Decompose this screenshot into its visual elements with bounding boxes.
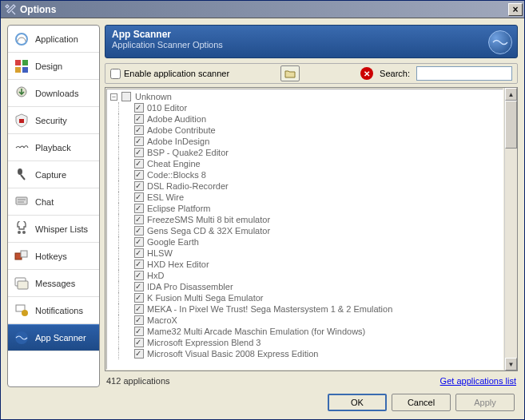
tree-item-checkbox[interactable] xyxy=(134,181,144,191)
tree-item[interactable]: DSL Radio-Recorder xyxy=(110,180,503,192)
tree-item-checkbox[interactable] xyxy=(134,237,144,247)
tree-item-checkbox[interactable] xyxy=(134,349,144,359)
tree-item-checkbox[interactable] xyxy=(134,170,144,180)
tree-item[interactable]: Cheat Engine xyxy=(110,158,503,169)
scroll-up[interactable]: ▲ xyxy=(505,88,517,101)
tree-item[interactable]: ESL Wire xyxy=(110,192,503,203)
tree-item-checkbox[interactable] xyxy=(134,192,144,202)
nav-label: App Scanner xyxy=(35,333,86,343)
tree-item-checkbox[interactable] xyxy=(134,248,144,258)
tree-item-label: Adobe Contribute xyxy=(147,125,216,136)
tree-item-checkbox[interactable] xyxy=(134,125,144,135)
tree-item-checkbox[interactable] xyxy=(134,338,144,347)
get-list-link[interactable]: Get applications list xyxy=(440,376,516,386)
tree-item-checkbox[interactable] xyxy=(134,114,144,124)
tree-item[interactable]: FreezeSMS Multi 8 bit emulator xyxy=(110,214,503,225)
nav-item-capture[interactable]: Capture xyxy=(8,161,99,188)
enable-scanner-checkbox[interactable]: Enable application scanner xyxy=(110,69,229,79)
nav-item-downloads[interactable]: Downloads xyxy=(8,80,99,107)
chat-icon xyxy=(13,193,30,211)
ok-button[interactable]: OK xyxy=(328,394,387,411)
tree-item[interactable]: IDA Pro Disassembler xyxy=(110,281,503,292)
tree-item-checkbox[interactable] xyxy=(134,137,144,146)
headset-icon xyxy=(13,30,30,48)
tree-item[interactable]: Google Earth xyxy=(110,236,503,248)
tree-item[interactable]: Adobe InDesign xyxy=(110,136,503,147)
scroll-track[interactable] xyxy=(505,101,517,358)
search-input[interactable] xyxy=(416,66,512,81)
message-icon xyxy=(13,275,30,292)
window-title: Options xyxy=(20,4,508,15)
root-checkbox[interactable] xyxy=(121,92,131,101)
dialog-buttons: OK Cancel Apply xyxy=(7,387,518,413)
open-folder-button[interactable] xyxy=(280,65,300,81)
nav-item-playback[interactable]: Playback xyxy=(8,134,99,161)
tree-item[interactable]: HLSW xyxy=(110,248,503,259)
tree-item[interactable]: K Fusion Multi Sega Emulator xyxy=(110,292,503,303)
tree-item[interactable]: Eclipse Platform xyxy=(110,203,503,214)
svg-point-10 xyxy=(22,231,26,234)
nav-item-app-scanner[interactable]: App Scanner xyxy=(8,324,99,351)
tree-item[interactable]: BSP - Quake2 Editor xyxy=(110,147,503,158)
tree-item-checkbox[interactable] xyxy=(134,226,144,236)
nav-item-notifications[interactable]: Notifications xyxy=(8,297,99,324)
tree-item-checkbox[interactable] xyxy=(134,260,144,269)
tree-item-checkbox[interactable] xyxy=(134,327,144,336)
scrollbar[interactable]: ▲ ▼ xyxy=(504,88,517,370)
tree-item-checkbox[interactable] xyxy=(134,159,144,168)
svg-point-9 xyxy=(18,231,21,234)
close-button[interactable]: × xyxy=(508,3,523,16)
tree-item[interactable]: Microsoft Expression Blend 3 xyxy=(110,337,503,348)
tree-item-checkbox[interactable] xyxy=(134,282,144,291)
tree-item[interactable]: MEKA - In Pixel We Trust! Sega Mastersys… xyxy=(110,303,503,315)
header-title: App Scanner xyxy=(112,29,511,40)
tree-item[interactable]: HxD xyxy=(110,270,503,281)
scroll-thumb[interactable] xyxy=(505,101,517,149)
cancel-button[interactable]: Cancel xyxy=(392,394,451,411)
tree-item-label: K Fusion Multi Sega Emulator xyxy=(147,292,264,303)
shield-icon xyxy=(13,112,30,129)
tree-item-checkbox[interactable] xyxy=(134,304,144,314)
tree-item-checkbox[interactable] xyxy=(134,148,144,157)
tree-item[interactable]: Microsoft Visual Basic 2008 Express Edit… xyxy=(110,348,503,359)
tree-item[interactable]: MacroX xyxy=(110,315,503,326)
tree-item-checkbox[interactable] xyxy=(134,103,144,113)
tree-item[interactable]: Gens Sega CD & 32X Emulator xyxy=(110,225,503,236)
tree-item-checkbox[interactable] xyxy=(134,315,144,325)
nav-label: Playback xyxy=(35,143,71,153)
tree-collapse[interactable]: − xyxy=(110,93,117,101)
tree-item-checkbox[interactable] xyxy=(134,215,144,224)
grid-icon xyxy=(13,57,30,75)
tree-item[interactable]: Mame32 Multi Arcade Maschin Emulation (f… xyxy=(110,326,503,337)
tree-item-label: Cheat Engine xyxy=(147,158,201,169)
app-count: 412 applications xyxy=(106,376,170,386)
tree-item-checkbox[interactable] xyxy=(134,293,144,303)
tree-item[interactable]: Code::Blocks 8 xyxy=(110,169,503,180)
tree-item[interactable]: HXD Hex Editor xyxy=(110,259,503,270)
tree-item-label: HXD Hex Editor xyxy=(147,259,209,270)
nav-item-design[interactable]: Design xyxy=(8,53,99,80)
toolbar: Enable application scanner ✕ Search: xyxy=(105,63,518,84)
search-label: Search: xyxy=(380,69,410,78)
nav-item-security[interactable]: Security xyxy=(8,107,99,134)
whisper-icon xyxy=(13,220,30,238)
tree-item-label: Adobe InDesign xyxy=(147,136,209,147)
scroll-down[interactable]: ▼ xyxy=(505,358,517,370)
apply-button[interactable]: Apply xyxy=(455,394,515,411)
tree-item-label: 010 Editor xyxy=(147,102,187,113)
tree-item-checkbox[interactable] xyxy=(134,271,144,280)
tree-item-checkbox[interactable] xyxy=(134,204,144,213)
tree-item[interactable]: Adobe Contribute xyxy=(110,125,503,136)
app-tree[interactable]: −Unknown010 EditorAdobe AuditionAdobe Co… xyxy=(106,89,503,370)
nav-item-chat[interactable]: Chat xyxy=(8,188,99,216)
svg-rect-1 xyxy=(15,60,21,65)
enable-scanner-input[interactable] xyxy=(110,69,121,79)
nav-item-messages[interactable]: Messages xyxy=(8,270,99,297)
tree-item[interactable]: Adobe Audition xyxy=(110,113,503,125)
enable-scanner-label: Enable application scanner xyxy=(124,69,229,78)
nav-item-application[interactable]: Application xyxy=(8,26,99,53)
scanner-icon xyxy=(13,329,30,347)
nav-item-hotkeys[interactable]: Hotkeys xyxy=(8,243,99,270)
tree-item[interactable]: 010 Editor xyxy=(110,102,503,113)
nav-item-whisper-lists[interactable]: Whisper Lists xyxy=(8,216,99,243)
